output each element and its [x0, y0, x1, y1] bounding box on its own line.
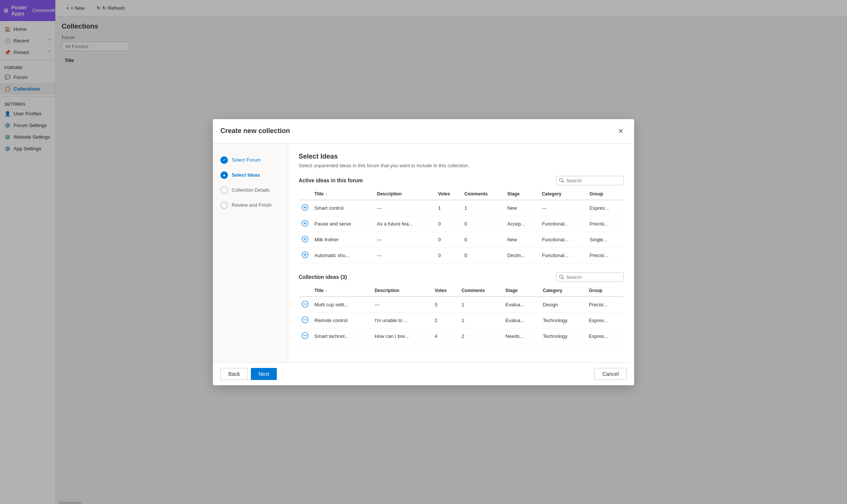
col-title-active: Title ↓ — [311, 188, 374, 200]
col-title-coll: Title ↑ — [311, 285, 372, 297]
collection-idea-title: Remote control — [311, 312, 372, 328]
table-row: Smart technol... How can I bre... 4 2 Ne… — [299, 328, 624, 344]
idea-stage: New — [504, 200, 539, 216]
idea-votes: 0 — [435, 247, 461, 263]
idea-comments: 0 — [461, 247, 504, 263]
collection-idea-category: Technology — [540, 328, 586, 344]
idea-description: --- — [374, 232, 435, 247]
collection-idea-votes: 5 — [432, 297, 458, 313]
collection-idea-group: Precisi... — [586, 297, 624, 313]
wizard-step-review-finish[interactable]: Review and Finish — [213, 198, 288, 213]
idea-description: --- — [374, 247, 435, 263]
col-category-active: Category — [539, 188, 587, 200]
idea-description: --- — [374, 200, 435, 216]
wizard-steps: ✓ Select Forum ● Select Ideas Collection… — [213, 144, 288, 362]
active-ideas-header: Active ideas in this forum — [299, 176, 624, 185]
cancel-button[interactable]: Cancel — [594, 368, 627, 380]
collection-ideas-header: Collection ideas (3) — [299, 272, 624, 282]
next-button[interactable]: Next — [251, 368, 277, 380]
idea-title: Pause and serve — [311, 216, 374, 232]
active-ideas-table: Title ↓ Description Votes Comments Stage… — [299, 188, 624, 263]
add-idea-icon[interactable] — [302, 220, 308, 227]
idea-title: Milk frother — [311, 232, 374, 247]
idea-category: Functional... — [539, 247, 587, 263]
step-indicator-3 — [220, 186, 228, 194]
remove-idea-icon[interactable] — [302, 301, 308, 307]
wizard-section-desc: Select unparented ideas in this forum th… — [299, 163, 624, 168]
modal-footer: Back Next Cancel — [213, 362, 634, 385]
collection-idea-description: How can I bre... — [372, 328, 432, 344]
idea-category: Functional... — [539, 232, 587, 247]
wizard-step-select-forum[interactable]: ✓ Select Forum — [213, 153, 288, 168]
collection-idea-comments: 1 — [458, 297, 502, 313]
search-icon-collection — [559, 274, 564, 280]
col-stage-active: Stage — [504, 188, 539, 200]
modal-body: ✓ Select Forum ● Select Ideas Collection… — [213, 144, 634, 362]
idea-title: Automatic shu... — [311, 247, 374, 263]
collection-ideas-table: Title ↑ Description Votes Comments Stage… — [299, 285, 624, 344]
col-comments-active: Comments — [461, 188, 504, 200]
idea-stage: New — [504, 232, 539, 247]
wizard-step-collection-details[interactable]: Collection Details — [213, 183, 288, 198]
idea-description: As a future fea... — [374, 216, 435, 232]
wizard-section-title: Select Ideas — [299, 153, 624, 160]
footer-left-buttons: Back Next — [220, 368, 277, 380]
idea-votes: 1 — [435, 200, 461, 216]
step-label-3: Collection Details — [232, 187, 269, 193]
col-votes-active: Votes — [435, 188, 461, 200]
collection-idea-description: I'm unable to ... — [372, 312, 432, 328]
collection-search-box[interactable] — [556, 272, 624, 282]
col-action-coll — [299, 285, 311, 297]
add-idea-icon[interactable] — [302, 236, 308, 242]
modal-header: Create new collection ✕ — [213, 119, 634, 144]
collection-idea-votes: 4 — [432, 328, 458, 344]
collection-idea-stage: Evalua... — [502, 297, 540, 313]
col-group-active: Group — [587, 188, 624, 200]
active-search-input[interactable] — [566, 178, 620, 183]
idea-votes: 0 — [435, 216, 461, 232]
collection-idea-votes: 2 — [432, 312, 458, 328]
remove-idea-icon[interactable] — [302, 332, 308, 339]
table-row: Milk frother --- 0 0 New Functional... S… — [299, 232, 624, 247]
add-idea-icon[interactable] — [302, 251, 308, 258]
table-row: Remote control I'm unable to ... 2 1 Eva… — [299, 312, 624, 328]
collection-idea-title: Multi cup setti... — [311, 297, 372, 313]
collection-idea-category: Design — [540, 297, 586, 313]
back-button[interactable]: Back — [220, 368, 248, 380]
idea-comments: 1 — [461, 200, 504, 216]
add-idea-icon[interactable] — [302, 204, 308, 211]
idea-comments: 0 — [461, 232, 504, 247]
col-votes-coll: Votes — [432, 285, 458, 297]
wizard-step-select-ideas[interactable]: ● Select Ideas — [213, 168, 288, 183]
idea-group: Precisi... — [587, 216, 624, 232]
collection-idea-group: Espres... — [586, 328, 624, 344]
col-desc-coll: Description — [372, 285, 432, 297]
collection-idea-description: --- — [372, 297, 432, 313]
collection-ideas-label: Collection ideas (3) — [299, 274, 347, 280]
step-label-4: Review and Finish — [232, 202, 272, 208]
table-row: Smart control --- 1 1 New --- Espres... — [299, 200, 624, 216]
collection-idea-title: Smart technol... — [311, 328, 372, 344]
collection-idea-comments: 1 — [458, 312, 502, 328]
sort-arrow-1: ↓ — [326, 192, 328, 196]
idea-title: Smart control — [311, 200, 374, 216]
collection-search-input[interactable] — [566, 274, 620, 280]
idea-group: Espres... — [587, 200, 624, 216]
step-indicator-2: ● — [220, 171, 228, 179]
step-label-2: Select Ideas — [232, 172, 260, 178]
remove-idea-icon[interactable] — [302, 316, 308, 323]
col-group-coll: Group — [586, 285, 624, 297]
table-row: Automatic shu... --- 0 0 Declin... Funct… — [299, 247, 624, 263]
search-icon-active — [559, 178, 564, 183]
table-row: Pause and serve As a future fea... 0 0 A… — [299, 216, 624, 232]
idea-stage: Accep... — [504, 216, 539, 232]
modal-close-button[interactable]: ✕ — [615, 125, 627, 137]
collection-idea-group: Espres... — [586, 312, 624, 328]
collection-idea-comments: 2 — [458, 328, 502, 344]
idea-stage: Declin... — [504, 247, 539, 263]
idea-category: --- — [539, 200, 587, 216]
active-search-box[interactable] — [556, 176, 624, 185]
idea-category: Functional... — [539, 216, 587, 232]
col-desc-active: Description — [374, 188, 435, 200]
idea-group: Precisi... — [587, 247, 624, 263]
